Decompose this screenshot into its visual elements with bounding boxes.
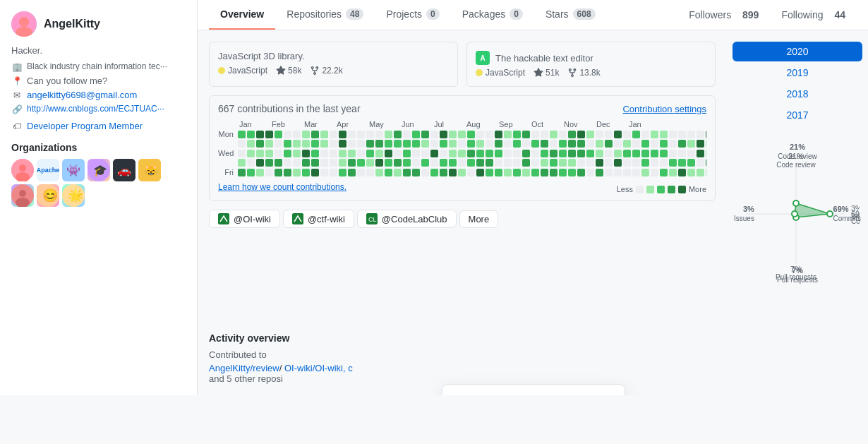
year-2018[interactable]: 2018 [733,84,862,104]
cell [284,131,291,138]
cell [403,140,411,148]
cell [678,150,686,157]
cell [568,159,576,167]
more-button[interactable]: More [459,210,499,228]
contributed-label: Contributed to [209,349,716,360]
email-link[interactable]: angelkitty6698@gmail.com [27,90,137,100]
cell [550,159,557,167]
cell [458,169,466,176]
org-avatar-3[interactable]: 🎓 [88,159,110,181]
cell [586,140,594,148]
dev-member-link[interactable]: Developer Program Member [27,121,143,131]
cell [614,140,622,148]
cell [605,169,613,176]
website-link[interactable]: http://www.cnblogs.com/ECJTUAC··· [27,104,164,114]
cell [697,159,704,167]
dev-member[interactable]: 🏷 Developer Program Member [11,121,186,132]
cell [256,140,264,148]
cell [614,159,622,167]
org-avatar-5[interactable]: 😸 [138,159,161,181]
cell [531,140,539,148]
cell [651,169,658,176]
legend-c2 [657,186,665,193]
svg-rect-22 [292,213,303,224]
svg-text:🌟: 🌟 [68,188,84,203]
org-avatar-7[interactable]: 😊 [37,184,59,207]
org-avatar-0[interactable] [11,159,34,181]
cell [660,140,668,148]
tab-overview[interactable]: Overview [209,0,275,30]
cell [467,131,475,138]
cell [513,159,521,167]
cell [504,169,512,176]
tab-packages[interactable]: Packages 0 [451,0,534,30]
svg-text:Code review: Code review [776,161,816,169]
cell [531,131,539,138]
cell [256,169,264,176]
followers-nav[interactable]: Followers 899 [677,1,770,29]
filter-tab-oi-wiki[interactable]: @OI-wiki [209,210,280,228]
orgs-title: Organizations [11,142,186,153]
cell [348,150,356,157]
filter-section: @OI-wiki @ctf-wiki CL @Code [209,210,716,384]
cell [632,150,640,157]
cell [577,150,585,157]
contrib-settings-link[interactable]: Contribution settings [622,104,706,114]
cell [623,169,631,176]
cell [412,169,420,176]
cell [495,131,502,138]
cell [605,131,613,138]
svg-point-1 [19,17,29,27]
cell [678,140,686,148]
repo-forks-2: 13.8k [567,68,600,78]
cell [403,169,411,176]
tab-stars[interactable]: Stars 608 [534,0,607,30]
cell [513,140,521,148]
cell [339,140,346,148]
filter-tabs: @OI-wiki @ctf-wiki CL @Code [209,210,716,228]
username: AngelKitty [44,18,100,30]
cell [614,150,622,157]
org-avatar-2[interactable]: 👾 [62,159,85,181]
cell [467,150,475,157]
cell [541,159,548,167]
cell [458,150,466,157]
cell [559,131,567,138]
cell [421,150,429,157]
cell [476,140,484,148]
cell [568,131,576,138]
cell [550,131,557,138]
contrib-repos: AngelKitty/review/ OI-wiki/OI-wiki, c [209,363,716,373]
tab-projects[interactable]: Projects 0 [375,0,450,30]
tab-repositories[interactable]: Repositories 48 [275,0,375,30]
cell [678,159,686,167]
cell [330,140,337,148]
cell [697,140,704,148]
pinned-repo-1: JavaScript 3D library. JavaScript 58k [209,42,458,87]
filter-tab-ctf-wiki[interactable]: @ctf-wiki [283,210,354,228]
filter-tab-codelab[interactable]: CL @CodeLabClub [357,210,457,228]
learn-link[interactable]: Learn how we count contributions. [218,182,346,192]
year-2019[interactable]: 2019 [733,63,862,83]
cell [375,131,383,138]
cell [687,169,695,176]
cell [660,159,668,167]
cell [651,159,658,167]
cell [458,131,466,138]
cell [375,150,383,157]
oi-wiki-icon [218,213,229,224]
org-avatar-4[interactable]: 🚗 [113,159,135,181]
year-2020[interactable]: 2020 [733,42,862,61]
repo-link-2[interactable]: OI-wiki/OI-wiki, c [284,363,353,373]
lang-color-1 [218,67,225,74]
org-avatar-8[interactable]: 🌟 [62,184,85,207]
repo-link-1[interactable]: AngelKitty/review [209,363,279,373]
org-avatar-1[interactable]: Apache [37,159,59,181]
org-avatar-6[interactable] [11,184,34,207]
following-nav[interactable]: Following 44 [770,1,857,29]
cell [495,150,502,157]
cell [320,150,328,157]
commits-label: 69% Commits [833,204,861,223]
stars-count-badge: 608 [573,8,596,20]
year-2017[interactable]: 2017 [733,105,862,125]
